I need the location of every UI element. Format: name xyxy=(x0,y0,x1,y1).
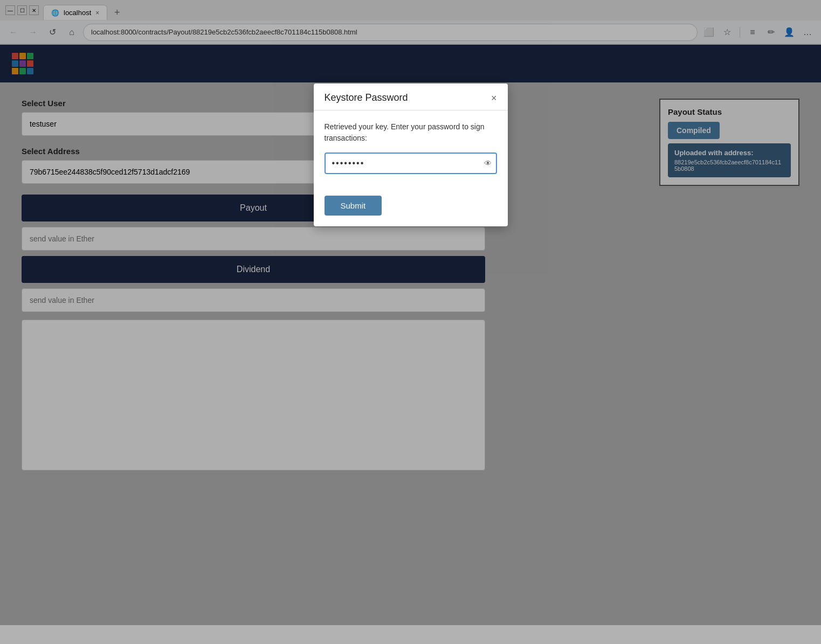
modal-close-button[interactable]: × xyxy=(491,93,497,103)
modal-title: Keystore Password xyxy=(325,92,408,103)
password-input[interactable] xyxy=(325,153,497,174)
modal-overlay: Keystore Password × Retrieved your key. … xyxy=(0,0,821,644)
modal-body: Retrieved your key. Enter your password … xyxy=(314,110,508,187)
password-field-wrapper: 👁 xyxy=(325,153,497,174)
modal-description: Retrieved your key. Enter your password … xyxy=(325,121,497,144)
submit-button[interactable]: Submit xyxy=(325,196,382,216)
toggle-password-icon[interactable]: 👁 xyxy=(484,159,492,168)
keystore-password-modal: Keystore Password × Retrieved your key. … xyxy=(314,84,508,226)
modal-footer: Submit xyxy=(314,187,508,226)
modal-header: Keystore Password × xyxy=(314,84,508,110)
